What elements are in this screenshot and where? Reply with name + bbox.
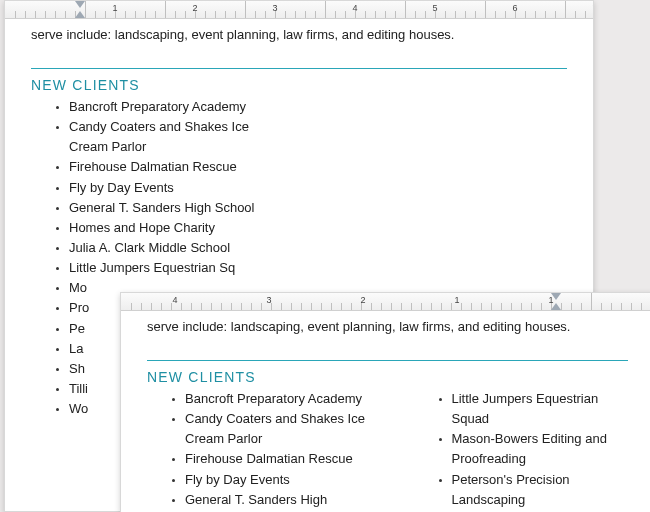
list-item: Fly by Day Events — [185, 470, 376, 490]
hanging-indent-marker-icon[interactable] — [551, 303, 561, 310]
client-list-col2: Little Jumpers Equestrian SquadMason-Bow… — [406, 389, 643, 512]
ruler-label: 4 — [352, 3, 357, 13]
horizontal-ruler[interactable]: 1234567 — [5, 1, 593, 19]
list-item: General T. Sanders High School — [185, 490, 376, 512]
list-item: Julia A. Clark Middle School — [69, 238, 265, 258]
list-item: Bancroft Preparatory Academy — [69, 97, 265, 117]
page-surface: serve include: landscaping, event planni… — [121, 311, 650, 512]
list-item: Bancroft Preparatory Academy — [185, 389, 376, 409]
list-item: Candy Coaters and Shakes Ice Cream Parlo… — [69, 117, 265, 157]
first-line-indent-marker-icon[interactable] — [75, 1, 85, 8]
ruler-label: 1 — [454, 295, 459, 305]
ruler-label: 7 — [592, 3, 593, 13]
list-item: Candy Coaters and Shakes Ice Cream Parlo… — [185, 409, 376, 449]
horizontal-ruler[interactable]: 43211 — [121, 293, 650, 311]
stage: 1234567 serve include: landscaping, even… — [0, 0, 650, 512]
list-item: Homes and Hope Charity — [69, 218, 265, 238]
ruler-label: 5 — [432, 3, 437, 13]
section-heading-new-clients: NEW CLIENTS — [5, 77, 593, 95]
ruler-label: 2 — [192, 3, 197, 13]
list-item: Firehouse Dalmatian Rescue — [185, 449, 376, 469]
list-item: Peterson's Precision Landscaping — [452, 470, 643, 510]
divider-accent — [31, 68, 567, 69]
list-item: Little Jumpers Equestrian Squad — [452, 389, 643, 429]
body-text-serve-line: serve include: landscaping, event planni… — [5, 21, 593, 46]
hanging-indent-marker-icon[interactable] — [75, 11, 85, 18]
ruler-label: 6 — [512, 3, 517, 13]
first-line-indent-marker-icon[interactable] — [551, 293, 561, 300]
document-window-two-column: 43211 serve include: landscaping, event … — [120, 292, 650, 512]
ruler-label: 4 — [172, 295, 177, 305]
divider-accent — [147, 360, 628, 361]
body-text-serve-line: serve include: landscaping, event planni… — [121, 313, 650, 338]
client-list-two-column: Bancroft Preparatory AcademyCandy Coater… — [121, 387, 650, 512]
ruler-label: 1 — [112, 3, 117, 13]
ruler-label: 3 — [266, 295, 271, 305]
list-item: General T. Sanders High School — [69, 198, 265, 218]
ruler-label: 2 — [360, 295, 365, 305]
list-item: Mason-Bowers Editing and Proofreading — [452, 429, 643, 469]
section-heading-new-clients: NEW CLIENTS — [121, 369, 650, 387]
client-list-col1: Bancroft Preparatory AcademyCandy Coater… — [121, 389, 376, 512]
ruler-label: 3 — [272, 3, 277, 13]
list-item: Fly by Day Events — [69, 178, 265, 198]
list-item: Little Jumpers Equestrian Sq — [69, 258, 265, 278]
list-item: Firehouse Dalmatian Rescue — [69, 157, 265, 177]
